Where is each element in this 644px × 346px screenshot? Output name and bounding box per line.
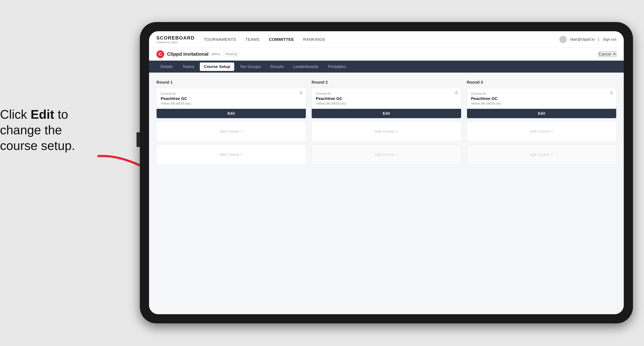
nav-right: blair@clippd.io | Sign out [559, 36, 616, 43]
nav-links: TOURNAMENTS TEAMS COMMITTEE RANKINGS [204, 37, 559, 42]
tab-course-setup[interactable]: Course Setup [200, 62, 234, 71]
round-2-course-name: Peachtree GC [316, 96, 457, 101]
round-2-plus-icon-1: + [396, 129, 398, 134]
round-3-course-card: 🗑 (Course A) Peachtree GC Yellow (M) (66… [467, 88, 616, 118]
round-3-column: Round 3 🗑 (Course A) Peachtree GC Yellow… [467, 80, 616, 168]
cancel-button[interactable]: Cancel ✕ [598, 51, 616, 57]
cancel-x-icon: ✕ [613, 52, 616, 57]
side-button [136, 132, 140, 147]
round-1-edit-button[interactable]: Edit [156, 109, 306, 118]
tab-teams[interactable]: Teams [178, 62, 198, 71]
round-1-course-details: Yellow (M) (6629 yds) [161, 102, 302, 105]
round-2-add-course-1[interactable]: Add Course + [312, 121, 461, 142]
round-1-title: Round 1 [156, 80, 306, 85]
round-3-course-details: Yellow (M) (6629 yds) [471, 102, 612, 105]
tab-printables[interactable]: Printables [324, 62, 350, 71]
round-3-course-label: (Course A) [471, 92, 612, 96]
round-1-column: Round 1 🗑 (Course A) Peachtree GC Yellow… [156, 80, 306, 168]
instruction-text: Click Edit tochange thecourse setup. [0, 107, 114, 154]
tab-results[interactable]: Results [266, 62, 288, 71]
round-1-add-course-2[interactable]: Add Course + [156, 145, 306, 165]
round-1-course-name: Peachtree GC [161, 96, 302, 101]
round-3-add-course-1[interactable]: Add Course + [467, 121, 616, 142]
tab-details[interactable]: Details [156, 62, 177, 71]
scoreboard-logo: SCOREBOARD Powered by clippd [156, 35, 195, 44]
round-2-column: Round 2 🗑 (Course A) Peachtree GC Yellow… [312, 80, 461, 168]
tab-leaderboards[interactable]: Leaderboards [289, 62, 322, 71]
tablet-frame: SCOREBOARD Powered by clippd TOURNAMENTS… [140, 22, 633, 323]
men-badge: (Men) [212, 52, 220, 56]
nav-teams[interactable]: TEAMS [245, 37, 260, 42]
round-2-course-card: 🗑 (Course A) Peachtree GC Yellow (M) (66… [312, 88, 461, 118]
tab-tee-groups[interactable]: Tee Groups [236, 62, 265, 71]
round-1-course-label: (Course A) [161, 92, 302, 96]
round-2-add-course-2: Add Course + [312, 145, 461, 165]
nav-tournaments[interactable]: TOURNAMENTS [204, 37, 236, 42]
round-2-course-details: Yellow (M) (6629 yds) [316, 102, 457, 105]
nav-committee[interactable]: COMMITTEE [269, 37, 294, 42]
clippd-logo: C [156, 50, 164, 58]
nav-separator: | [598, 37, 599, 41]
round-1-plus-icon-2: + [240, 152, 243, 157]
round-1-course-card: 🗑 (Course A) Peachtree GC Yellow (M) (66… [156, 88, 306, 118]
user-email: blair@clippd.io [570, 37, 594, 41]
round-2-plus-icon-2: + [396, 152, 398, 157]
app-subtitle: Powered by clippd [156, 41, 195, 44]
sign-out-link[interactable]: Sign out [603, 37, 616, 41]
round-3-delete-icon[interactable]: 🗑 [610, 90, 614, 95]
round-1-add-course-1[interactable]: Add Course + [156, 121, 306, 142]
tabs-bar: Details Teams Course Setup Tee Groups Re… [149, 61, 624, 73]
tournament-name: Clippd Invitational [167, 51, 208, 57]
round-2-title: Round 2 [312, 80, 461, 85]
user-avatar [559, 36, 567, 43]
round-3-title: Round 3 [467, 80, 616, 85]
tournament-info: C Clippd Invitational (Men) Hosting [156, 50, 239, 58]
rounds-container: Round 1 🗑 (Course A) Peachtree GC Yellow… [156, 80, 616, 168]
app-container: SCOREBOARD Powered by clippd TOURNAMENTS… [149, 31, 624, 314]
top-nav: SCOREBOARD Powered by clippd TOURNAMENTS… [149, 31, 624, 48]
main-content: Round 1 🗑 (Course A) Peachtree GC Yellow… [149, 73, 624, 314]
round-1-plus-icon-1: + [240, 129, 243, 134]
sub-header: C Clippd Invitational (Men) Hosting Canc… [149, 48, 624, 61]
round-3-course-name: Peachtree GC [471, 96, 612, 101]
round-3-edit-button[interactable]: Edit [467, 109, 616, 118]
round-3-add-course-2: Add Course + [467, 145, 616, 165]
round-3-plus-icon-1: + [551, 129, 553, 134]
tablet-screen: SCOREBOARD Powered by clippd TOURNAMENTS… [149, 31, 624, 314]
hosting-badge: Hosting [223, 52, 239, 57]
round-3-plus-icon-2: + [551, 152, 553, 157]
nav-rankings[interactable]: RANKINGS [303, 37, 325, 42]
round-2-delete-icon[interactable]: 🗑 [454, 90, 458, 95]
bold-edit: Edit [30, 107, 54, 121]
round-2-edit-button[interactable]: Edit [312, 109, 461, 118]
round-2-course-label: (Course A) [316, 92, 457, 96]
round-1-delete-icon[interactable]: 🗑 [299, 90, 303, 95]
app-title: SCOREBOARD [156, 35, 195, 41]
